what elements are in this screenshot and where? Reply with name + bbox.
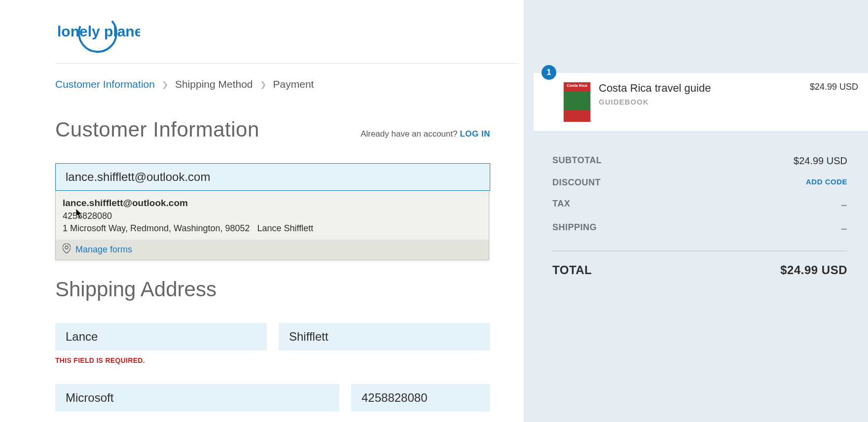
autofill-email: lance.shifflett@outlook.com [63,197,482,210]
add-discount-code-link[interactable]: ADD CODE [806,177,847,188]
divider [55,63,519,64]
brand-logo[interactable]: lonely planet [55,10,504,63]
validation-error: THIS FIELD IS REQUIRED. [55,356,267,364]
autofill-address: 1 Microsoft Way, Redmond, Washington, 98… [63,223,250,233]
tax-value: – [841,199,847,211]
autofill-dropdown: lance.shifflett@outlook.com 4258828080 1… [55,191,489,260]
autofill-manage-row[interactable]: Manage forms [56,240,489,260]
cart-item-type: GUIDEBOOK [599,98,802,106]
product-thumbnail: Costa Rica [563,82,591,122]
total-value: $24.99 USD [780,263,847,277]
breadcrumb-payment[interactable]: Payment [273,78,314,90]
last-name-input[interactable] [279,323,490,351]
total-label: TOTAL [552,263,592,277]
login-link[interactable]: LOG IN [460,129,490,139]
phone-input[interactable] [351,384,490,412]
login-prompt: Already have an account? LOG IN [361,129,490,139]
order-totals: SUBTOTAL $24.99 USD DISCOUNT ADD CODE TA… [524,132,868,277]
chevron-right-icon: ❯ [162,80,168,89]
shipping-label: SHIPPING [552,222,597,235]
brand-text-1: lonely planet [57,23,140,39]
autofill-suggestion[interactable]: lance.shifflett@outlook.com 4258828080 1… [56,191,489,240]
location-pin-icon [63,244,71,256]
breadcrumb-shipping-method[interactable]: Shipping Method [175,78,253,90]
thumb-label: Costa Rica [565,83,589,88]
cart-item: 1 Costa Rica Costa Rica travel guide GUI… [534,73,868,132]
login-question: Already have an account? [361,129,460,139]
order-summary-sidebar: 1 Costa Rica Costa Rica travel guide GUI… [524,0,868,422]
email-field-container: lance.shifflett@outlook.com 4258828080 1… [55,163,490,191]
cart-item-title: Costa Rica travel guide [599,82,802,95]
discount-label: DISCOUNT [552,177,601,188]
autofill-phone: 4258828080 [63,210,482,222]
subtotal-label: SUBTOTAL [552,155,602,167]
company-input[interactable] [55,384,339,412]
totals-divider [552,250,847,251]
cart-quantity-badge: 1 [542,65,556,80]
breadcrumb: Customer Information ❯ Shipping Method ❯… [55,78,504,90]
chevron-right-icon: ❯ [260,80,266,89]
shipping-title: Shipping Address [55,278,504,301]
page-title: Customer Information [55,118,259,141]
cart-item-price: $24.99 USD [810,82,858,92]
manage-forms-link[interactable]: Manage forms [75,245,132,255]
email-input[interactable] [55,163,490,191]
breadcrumb-customer-info[interactable]: Customer Information [55,78,155,90]
subtotal-value: $24.99 USD [794,155,847,167]
first-name-input[interactable] [55,323,267,351]
autofill-name: Lance Shifflett [257,223,314,233]
tax-label: TAX [552,199,570,211]
shipping-value: – [841,222,847,235]
